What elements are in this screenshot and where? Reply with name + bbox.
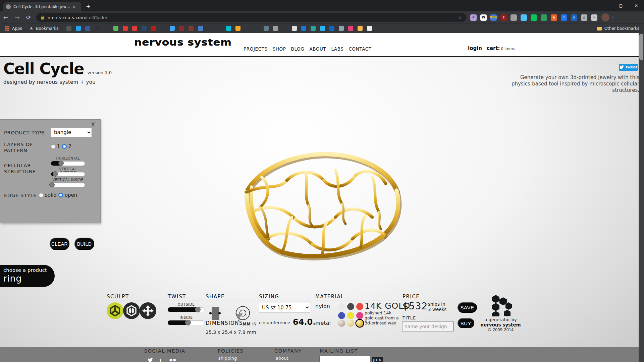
bookmark-favicon[interactable] — [254, 26, 259, 31]
nav-labs[interactable]: LABS — [331, 46, 343, 52]
bookmark-favicon[interactable] — [273, 26, 278, 31]
cart-link[interactable]: cart: — [487, 45, 500, 51]
reload-icon[interactable]: ⟳ — [23, 14, 34, 21]
nav-blog[interactable]: BLOG — [291, 46, 305, 52]
mm-unit-button[interactable]: MM — [243, 322, 251, 326]
in-unit-button[interactable]: IN — [252, 322, 257, 326]
back-icon[interactable]: ← — [0, 14, 11, 21]
bookmark-favicon[interactable] — [179, 26, 184, 31]
bookmark-favicon[interactable] — [85, 26, 90, 31]
nav-projects[interactable]: PROJECTS — [244, 46, 268, 52]
puzzle-extension-icon[interactable]: ⚩ — [591, 14, 597, 21]
product-chooser[interactable]: choose a product ring — [0, 265, 55, 287]
panel-close-button[interactable]: X — [91, 122, 95, 128]
bookmark-favicon[interactable] — [151, 26, 156, 31]
bitly-extension-icon[interactable]: b — [551, 14, 557, 21]
facebook-extension-icon[interactable]: f — [561, 14, 567, 21]
bookmark-favicon[interactable] — [367, 26, 372, 31]
metal-lightgold-swatch[interactable] — [347, 320, 354, 327]
bookmark-favicon[interactable] — [142, 26, 147, 31]
clear-button[interactable]: CLEAR — [50, 238, 69, 250]
bookmark-favicon[interactable] — [282, 26, 287, 31]
bookmark-favicon[interactable] — [329, 26, 334, 31]
shield-extension-icon[interactable]: 2 — [500, 14, 507, 21]
nervous-system-logo[interactable]: nervous system — [134, 37, 231, 48]
bookmark-favicon[interactable] — [320, 26, 325, 31]
edge-open-radio[interactable] — [58, 193, 63, 197]
slider-knob[interactable] — [195, 307, 201, 312]
bookmark-favicon[interactable] — [339, 26, 344, 31]
flickr-icon[interactable]: ●● — [169, 358, 176, 362]
slider-knob[interactable] — [53, 171, 58, 177]
nylon-yellow-swatch[interactable] — [347, 312, 354, 319]
design-name-input[interactable] — [402, 321, 454, 331]
bookmark-favicon[interactable] — [160, 26, 165, 31]
generator-line2[interactable]: nervous system — [480, 322, 522, 327]
nav-shop[interactable]: SHOP — [273, 46, 286, 52]
facebook-icon[interactable]: f — [159, 358, 161, 362]
bookmark-favicon[interactable] — [245, 26, 250, 31]
slider-knob[interactable] — [49, 182, 55, 187]
line-extension-icon[interactable] — [531, 14, 537, 21]
product-type-select[interactable]: bangle — [51, 128, 92, 137]
bookmark-favicon[interactable] — [104, 26, 109, 31]
bookmark-star-icon[interactable]: ☆ — [458, 15, 462, 20]
about-link[interactable]: about — [276, 356, 288, 361]
browser-tab[interactable]: Cell Cycle: 3d-printable jewelry d ✕ — [3, 2, 81, 11]
nylon-white-swatch[interactable] — [338, 303, 345, 310]
bookmark-favicon[interactable] — [226, 26, 231, 31]
address-bar[interactable]: 🔒 n-e-r-v-o-u-s.com /cellCycle/ ☆ — [36, 13, 466, 22]
size-select[interactable]: US sz 10.75 — [259, 303, 310, 312]
layers-1-radio[interactable] — [51, 144, 55, 149]
scrollbar-thumb[interactable] — [639, 34, 643, 60]
bookmark-favicon[interactable] — [76, 26, 81, 31]
profile-avatar[interactable] — [601, 13, 609, 21]
bookmark-favicon[interactable] — [292, 26, 297, 31]
bookmark-favicon[interactable] — [301, 26, 306, 31]
close-button[interactable]: ✕ — [629, 0, 644, 11]
bookmark-favicon[interactable] — [189, 26, 194, 31]
bookmark-favicon[interactable] — [132, 26, 137, 31]
buy-button[interactable]: BUY — [458, 318, 474, 328]
tweet-button[interactable]: Tweet — [619, 64, 638, 71]
bookmark-favicon[interactable] — [198, 26, 203, 31]
metal-silver-swatch[interactable] — [338, 320, 345, 327]
shipping-link[interactable]: shipping — [218, 356, 237, 361]
word-extension-icon[interactable]: W — [480, 14, 487, 21]
other-bookmarks[interactable]: Other bookmarks — [591, 24, 639, 33]
tab-close-icon[interactable]: ✕ — [72, 5, 75, 9]
twist-outside-slider[interactable] — [168, 307, 205, 312]
bookmark-favicon[interactable] — [207, 26, 212, 31]
new-badge-extension-icon[interactable]: NEW — [490, 14, 497, 21]
new-tab-button[interactable]: + — [86, 3, 91, 10]
nav-contact[interactable]: CONTACT — [348, 46, 371, 52]
bookmark-favicon[interactable] — [358, 26, 363, 31]
nav-about[interactable]: ABOUT — [309, 46, 326, 52]
mailing-list-email-input[interactable] — [319, 356, 370, 362]
minimize-button[interactable]: — — [598, 0, 613, 11]
twitter-icon[interactable] — [148, 358, 153, 362]
sculpt-cell-tool-button[interactable] — [107, 302, 123, 319]
nylon-gray-swatch[interactable] — [347, 303, 354, 310]
maximize-button[interactable]: ▢ — [613, 0, 629, 11]
layers-2-radio[interactable] — [62, 144, 67, 149]
horizontal-slider[interactable] — [51, 161, 85, 166]
apps-label[interactable]: Apps — [12, 26, 22, 31]
twist-inside-slider[interactable] — [168, 320, 205, 325]
build-button[interactable]: BUILD — [74, 238, 94, 250]
shape-handle-dot[interactable] — [218, 312, 221, 314]
bookmark-favicon[interactable] — [235, 26, 240, 31]
molecule-extension-icon[interactable] — [511, 14, 517, 21]
bookmark-favicon[interactable] — [95, 26, 100, 31]
page-scrollbar[interactable] — [639, 33, 644, 362]
bookmark-favicon[interactable] — [348, 26, 353, 31]
bookmark-favicon[interactable] — [170, 26, 175, 31]
save-button[interactable]: SAVE — [458, 302, 477, 313]
slider-knob[interactable] — [58, 161, 64, 166]
metal-gold-swatch[interactable] — [356, 320, 363, 327]
join-button[interactable]: JOIN — [372, 357, 383, 362]
browser-menu-icon[interactable]: ⋮ — [611, 15, 615, 20]
login-link[interactable]: login — [468, 45, 482, 51]
leaf-extension-icon[interactable] — [541, 14, 547, 21]
nylon-red-swatch[interactable] — [356, 303, 363, 310]
